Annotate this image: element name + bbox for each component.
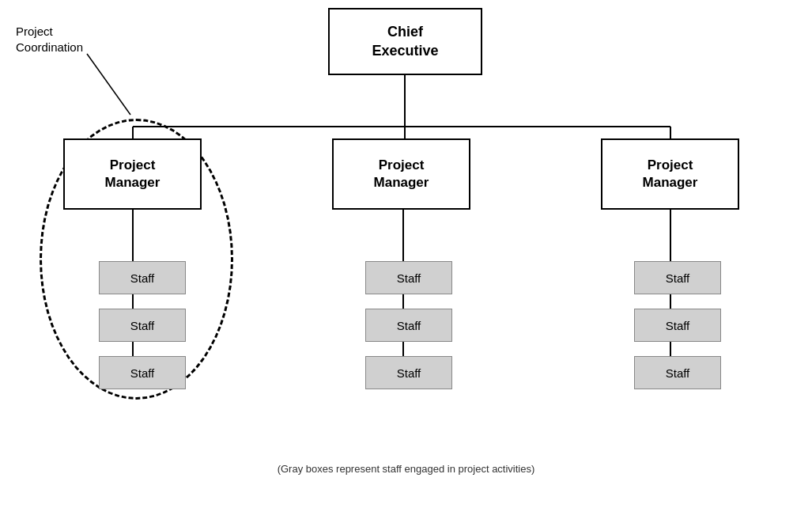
project-manager-1: ProjectManager: [63, 138, 202, 210]
chief-executive-box: ChiefExecutive: [328, 8, 482, 75]
staff-1-3: Staff: [99, 356, 186, 389]
staff-2-1: Staff: [365, 261, 452, 294]
staff-2-2: Staff: [365, 309, 452, 342]
footnote: (Gray boxes represent staff engaged in p…: [0, 463, 812, 475]
org-chart: Project Coordination ChiefExecutive Proj…: [0, 0, 812, 483]
staff-3-3: Staff: [634, 356, 721, 389]
staff-3-1: Staff: [634, 261, 721, 294]
staff-1-2: Staff: [99, 309, 186, 342]
staff-3-2: Staff: [634, 309, 721, 342]
staff-2-3: Staff: [365, 356, 452, 389]
coordination-label: Project Coordination: [16, 24, 103, 55]
svg-line-17: [87, 54, 130, 115]
project-manager-2: ProjectManager: [332, 138, 470, 210]
project-manager-3: ProjectManager: [601, 138, 739, 210]
staff-1-1: Staff: [99, 261, 186, 294]
